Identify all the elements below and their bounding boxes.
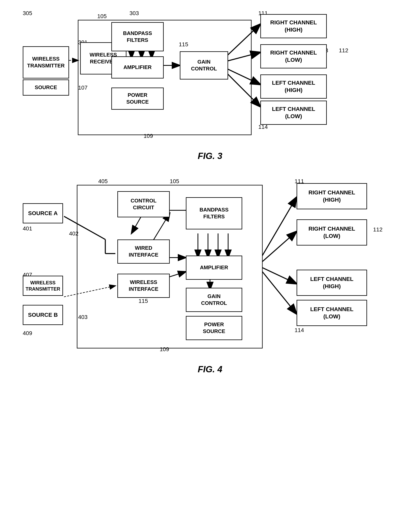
control-circuit-box: CONTROLCIRCUIT xyxy=(117,191,170,217)
ref-112: 112 xyxy=(339,47,348,54)
fig4-section: 405 402 401 407 409 403 105 107 109 115 … xyxy=(12,177,408,374)
left-ch-low-fig4: LEFT CHANNEL(LOW) xyxy=(297,300,367,326)
ref-107: 107 xyxy=(78,84,88,91)
power-source-box-fig4: POWERSOURCE xyxy=(186,316,242,340)
ref-305: 305 xyxy=(23,10,32,16)
power-source-box-fig3: POWERSOURCE xyxy=(111,88,164,110)
right-ch-low-fig3: RIGHT CHANNEL(LOW) xyxy=(260,44,327,68)
left-ch-high-fig4: LEFT CHANNEL(HIGH) xyxy=(297,270,367,296)
svg-line-31 xyxy=(262,197,297,256)
ref-409: 409 xyxy=(23,330,32,336)
fig3-diagram: 305 103 301 105 303 107 109 115 111 112 … xyxy=(19,8,401,145)
ref-115: 115 xyxy=(179,41,188,48)
ref-405: 405 xyxy=(98,178,108,185)
amplifier-box-fig4: AMPLIFIER xyxy=(186,256,242,280)
ref-109: 109 xyxy=(143,133,153,139)
wireless-interface-box: WIRELESSINTERFACE xyxy=(117,274,170,298)
fig4-diagram: 405 402 401 407 409 403 105 107 109 115 … xyxy=(19,177,401,358)
ref-112-fig4: 112 xyxy=(373,226,382,233)
svg-line-21 xyxy=(64,286,115,297)
ref-403: 403 xyxy=(78,314,88,320)
bandpass-filters-box-fig4: BANDPASSFILTERS xyxy=(186,197,242,230)
left-ch-high-fig3: LEFT CHANNEL(HIGH) xyxy=(260,74,327,99)
main-container: 305 103 301 105 303 107 109 115 111 112 … xyxy=(12,8,408,374)
ref-105: 105 xyxy=(97,13,107,20)
ref-109-fig4: 109 xyxy=(160,346,169,353)
ref-105-fig4: 105 xyxy=(170,178,179,185)
fig3-section: 305 103 301 105 303 107 109 115 111 112 … xyxy=(12,8,408,161)
fig3-label: FIG. 3 xyxy=(198,151,222,161)
ref-303: 303 xyxy=(129,10,139,16)
wired-interface-box: WIREDINTERFACE xyxy=(117,239,170,264)
source-a-box: SOURCE A xyxy=(23,203,63,223)
source-box-fig3: SOURCE xyxy=(23,80,69,96)
ref-401: 401 xyxy=(23,225,32,232)
source-b-box: SOURCE B xyxy=(23,305,63,325)
right-ch-low-fig4: RIGHT CHANNEL(LOW) xyxy=(297,219,367,245)
ref-115-fig4: 115 xyxy=(139,298,148,304)
svg-line-32 xyxy=(262,231,297,262)
right-ch-high-fig3: RIGHT CHANNEL(HIGH) xyxy=(260,14,327,38)
wireless-transmitter-box-fig4: WIRELESSTRANSMITTER xyxy=(23,276,63,296)
right-ch-high-fig4: RIGHT CHANNEL(HIGH) xyxy=(297,183,367,209)
fig4-label: FIG. 4 xyxy=(198,364,222,374)
gain-control-box-fig4: GAINCONTROL xyxy=(186,288,242,312)
ref-402: 402 xyxy=(69,230,79,237)
svg-line-34 xyxy=(262,272,297,314)
bandpass-filters-box-fig3: BANDPASSFILTERS xyxy=(111,22,164,51)
svg-line-33 xyxy=(262,268,297,284)
ref-114-fig4: 114 xyxy=(295,327,304,334)
wireless-transmitter-box-fig3: WIRELESSTRANSMITTER xyxy=(23,46,69,79)
left-ch-low-fig3: LEFT CHANNEL(LOW) xyxy=(260,101,327,125)
amplifier-box-fig3: AMPLIFIER xyxy=(111,56,164,79)
gain-control-box-fig3: GAINCONTROL xyxy=(180,51,228,80)
